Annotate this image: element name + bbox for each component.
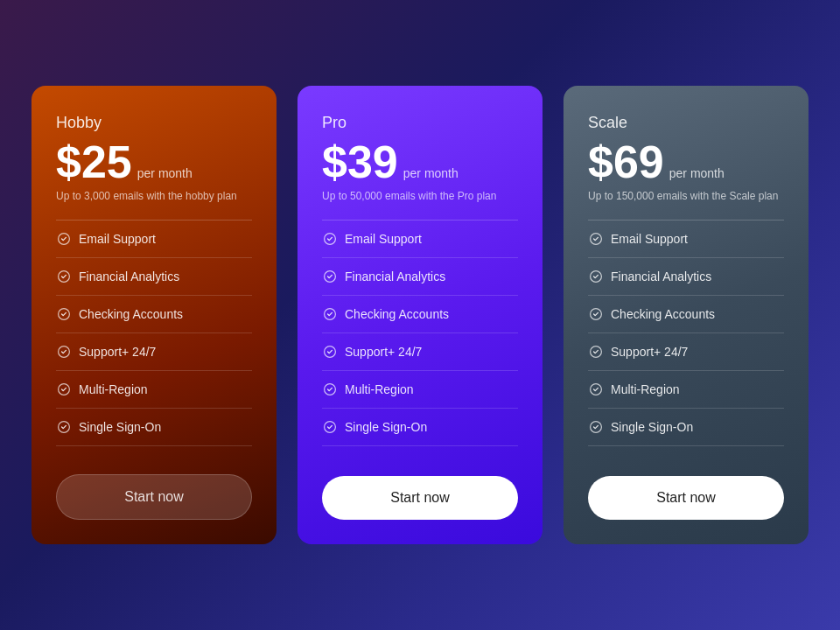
feature-item: Checking Accounts xyxy=(322,296,518,333)
check-icon xyxy=(322,269,338,284)
check-icon xyxy=(56,382,72,397)
feature-label: Checking Accounts xyxy=(79,307,183,321)
check-icon xyxy=(322,231,338,247)
features-list: Email Support Financial Analytics Checki… xyxy=(322,220,518,448)
price-row: $25 per month xyxy=(56,139,252,185)
price-period: per month xyxy=(403,166,458,180)
feature-label: Email Support xyxy=(79,232,156,246)
check-icon xyxy=(56,269,72,284)
feature-label: Financial Analytics xyxy=(79,270,179,284)
feature-item: Financial Analytics xyxy=(588,258,784,296)
feature-item: Multi-Region xyxy=(588,371,784,409)
feature-item: Checking Accounts xyxy=(56,296,252,333)
price-period: per month xyxy=(137,166,192,180)
card-pro: Pro $39 per month Up to 50,000 emails wi… xyxy=(298,86,542,544)
feature-item: Support+ 24/7 xyxy=(588,333,784,371)
feature-item: Checking Accounts xyxy=(588,296,784,333)
feature-item: Multi-Region xyxy=(322,371,518,409)
feature-label: Email Support xyxy=(611,232,688,246)
feature-label: Multi-Region xyxy=(345,382,414,396)
feature-item: Single Sign-On xyxy=(322,409,518,446)
feature-item: Support+ 24/7 xyxy=(322,333,518,371)
feature-label: Single Sign-On xyxy=(79,420,161,434)
check-icon xyxy=(56,306,72,322)
plan-name: Hobby xyxy=(56,114,252,132)
check-icon xyxy=(56,419,72,435)
plan-description: Up to 50,000 emails with the Pro plan xyxy=(322,190,518,202)
feature-label: Checking Accounts xyxy=(611,307,715,321)
feature-item: Support+ 24/7 xyxy=(56,333,252,371)
check-icon xyxy=(588,419,604,435)
check-icon xyxy=(56,231,72,247)
feature-label: Multi-Region xyxy=(611,382,680,396)
price-row: $69 per month xyxy=(588,139,784,185)
check-icon xyxy=(322,419,338,435)
feature-item: Email Support xyxy=(588,220,784,258)
card-scale: Scale $69 per month Up to 150,000 emails… xyxy=(564,86,808,544)
feature-item: Email Support xyxy=(322,220,518,258)
plan-name: Pro xyxy=(322,114,518,132)
features-list: Email Support Financial Analytics Checki… xyxy=(588,220,784,448)
feature-label: Email Support xyxy=(345,232,422,246)
features-list: Email Support Financial Analytics Checki… xyxy=(56,220,252,446)
price-amount: $69 xyxy=(588,139,664,185)
price-amount: $25 xyxy=(56,139,132,185)
check-icon xyxy=(322,382,338,397)
check-icon xyxy=(588,269,604,284)
feature-label: Single Sign-On xyxy=(611,420,693,434)
feature-item: Single Sign-On xyxy=(588,409,784,446)
feature-label: Financial Analytics xyxy=(345,270,445,284)
start-button-hobby[interactable]: Start now xyxy=(56,474,252,520)
feature-item: Financial Analytics xyxy=(56,258,252,296)
feature-label: Support+ 24/7 xyxy=(611,345,688,359)
start-button-pro[interactable]: Start now xyxy=(322,476,518,520)
feature-label: Multi-Region xyxy=(79,382,148,396)
card-hobby: Hobby $25 per month Up to 3,000 emails w… xyxy=(32,86,276,544)
price-row: $39 per month xyxy=(322,139,518,185)
feature-item: Multi-Region xyxy=(56,371,252,409)
check-icon xyxy=(588,231,604,247)
price-period: per month xyxy=(669,166,724,180)
check-icon xyxy=(588,344,604,360)
plan-description: Up to 3,000 emails with the hobby plan xyxy=(56,190,252,202)
feature-item: Single Sign-On xyxy=(56,409,252,446)
feature-label: Support+ 24/7 xyxy=(79,345,156,359)
feature-item: Email Support xyxy=(56,220,252,258)
check-icon xyxy=(588,306,604,322)
plan-name: Scale xyxy=(588,114,784,132)
check-icon xyxy=(322,344,338,360)
pricing-grid: Hobby $25 per month Up to 3,000 emails w… xyxy=(32,86,808,544)
feature-label: Checking Accounts xyxy=(345,307,449,321)
check-icon xyxy=(322,306,338,322)
feature-label: Support+ 24/7 xyxy=(345,345,422,359)
check-icon xyxy=(56,344,72,360)
feature-label: Financial Analytics xyxy=(611,270,711,284)
plan-description: Up to 150,000 emails with the Scale plan xyxy=(588,190,784,202)
price-amount: $39 xyxy=(322,139,398,185)
feature-label: Single Sign-On xyxy=(345,420,427,434)
start-button-scale[interactable]: Start now xyxy=(588,476,784,520)
check-icon xyxy=(588,382,604,397)
feature-item: Financial Analytics xyxy=(322,258,518,296)
